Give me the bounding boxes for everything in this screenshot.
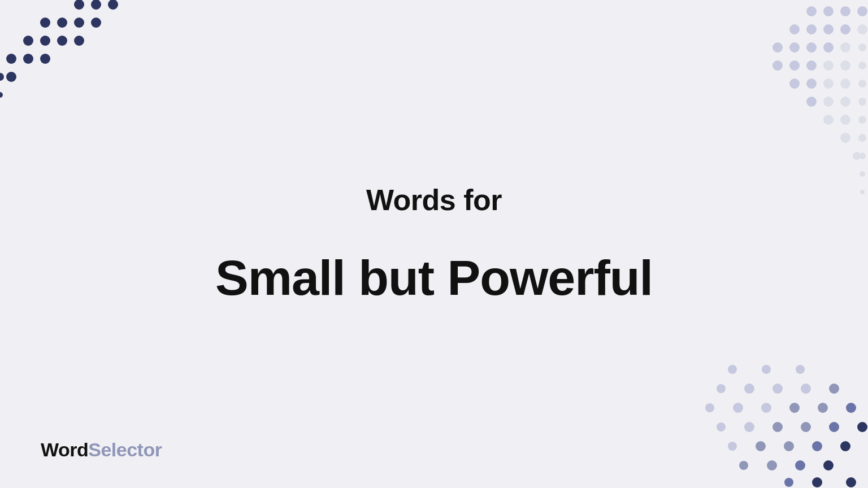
svg-point-42 <box>858 80 866 88</box>
svg-point-6 <box>91 18 101 28</box>
svg-point-87 <box>846 477 856 487</box>
svg-point-14 <box>0 73 4 81</box>
svg-point-66 <box>761 403 771 413</box>
svg-point-0 <box>74 0 84 10</box>
svg-point-49 <box>858 116 866 124</box>
svg-point-22 <box>806 24 817 34</box>
svg-point-59 <box>717 384 726 393</box>
logo-word: Word <box>41 439 88 460</box>
svg-point-47 <box>823 115 834 125</box>
logo-selector: Selector <box>88 439 162 460</box>
svg-point-60 <box>744 384 754 394</box>
svg-point-79 <box>812 441 822 451</box>
main-heading: Small but Powerful <box>215 251 653 306</box>
svg-point-73 <box>801 422 811 432</box>
svg-point-57 <box>762 365 771 374</box>
svg-point-76 <box>728 442 737 451</box>
svg-point-58 <box>796 365 805 374</box>
svg-point-62 <box>801 384 811 394</box>
svg-point-45 <box>840 97 850 107</box>
svg-point-37 <box>858 62 866 69</box>
svg-point-10 <box>74 36 84 46</box>
svg-point-56 <box>728 365 737 374</box>
svg-point-12 <box>23 54 33 64</box>
svg-point-38 <box>789 79 800 89</box>
svg-point-5 <box>74 18 84 28</box>
svg-point-26 <box>772 42 783 53</box>
svg-point-43 <box>806 97 817 107</box>
svg-point-30 <box>840 42 850 53</box>
svg-point-54 <box>860 171 865 177</box>
svg-point-86 <box>812 477 822 487</box>
svg-point-20 <box>857 6 867 16</box>
svg-point-31 <box>858 43 866 51</box>
svg-point-77 <box>756 441 766 451</box>
svg-point-13 <box>40 54 50 64</box>
center-content: Words for Small but Powerful <box>215 183 653 306</box>
svg-point-35 <box>823 60 834 71</box>
svg-point-55 <box>860 190 865 194</box>
svg-point-69 <box>846 403 856 413</box>
subtitle-heading: Words for <box>366 183 502 217</box>
svg-point-50 <box>840 133 850 143</box>
svg-point-70 <box>717 422 726 432</box>
dots-top-right <box>687 0 868 237</box>
svg-point-8 <box>40 36 50 46</box>
svg-point-9 <box>57 36 67 46</box>
dots-top-left <box>0 0 136 124</box>
svg-point-46 <box>858 98 866 106</box>
svg-point-15 <box>6 72 16 82</box>
svg-point-24 <box>840 24 850 34</box>
svg-point-85 <box>784 478 793 487</box>
page-container: Words for Small but Powerful WordSelecto… <box>0 0 868 488</box>
svg-point-11 <box>6 54 16 64</box>
svg-point-34 <box>806 60 817 71</box>
svg-point-25 <box>857 24 867 34</box>
svg-point-2 <box>108 0 118 10</box>
svg-point-44 <box>823 97 834 107</box>
svg-point-33 <box>789 60 800 71</box>
svg-point-80 <box>840 441 850 451</box>
svg-point-83 <box>795 460 805 470</box>
svg-point-72 <box>772 422 783 432</box>
svg-point-61 <box>772 384 783 394</box>
svg-point-28 <box>806 42 817 53</box>
svg-point-1 <box>91 0 101 10</box>
svg-point-74 <box>829 422 839 432</box>
svg-point-40 <box>823 79 834 89</box>
svg-point-78 <box>784 441 794 451</box>
svg-point-18 <box>823 6 834 16</box>
svg-point-3 <box>40 18 50 28</box>
svg-point-41 <box>840 79 850 89</box>
svg-point-36 <box>840 60 850 71</box>
svg-point-75 <box>857 422 867 432</box>
svg-point-71 <box>744 422 754 432</box>
svg-point-67 <box>789 403 800 413</box>
logo: WordSelector <box>41 439 162 461</box>
svg-point-82 <box>767 460 777 470</box>
svg-point-48 <box>840 115 850 125</box>
svg-point-64 <box>705 403 714 412</box>
svg-point-63 <box>829 384 839 394</box>
svg-point-27 <box>789 42 800 53</box>
svg-point-19 <box>840 6 850 16</box>
dots-bottom-right <box>676 364 868 488</box>
svg-point-68 <box>818 403 828 413</box>
svg-point-39 <box>806 79 817 89</box>
svg-point-65 <box>733 403 743 413</box>
svg-point-53 <box>859 152 866 159</box>
svg-point-17 <box>806 6 817 16</box>
svg-point-7 <box>23 36 33 46</box>
svg-point-51 <box>858 134 866 142</box>
svg-point-4 <box>57 18 67 28</box>
svg-point-84 <box>823 460 834 470</box>
svg-point-16 <box>0 92 3 98</box>
svg-point-21 <box>789 24 800 34</box>
svg-point-23 <box>823 24 834 34</box>
svg-point-29 <box>823 42 834 53</box>
svg-point-81 <box>739 461 748 470</box>
svg-point-32 <box>772 60 783 71</box>
